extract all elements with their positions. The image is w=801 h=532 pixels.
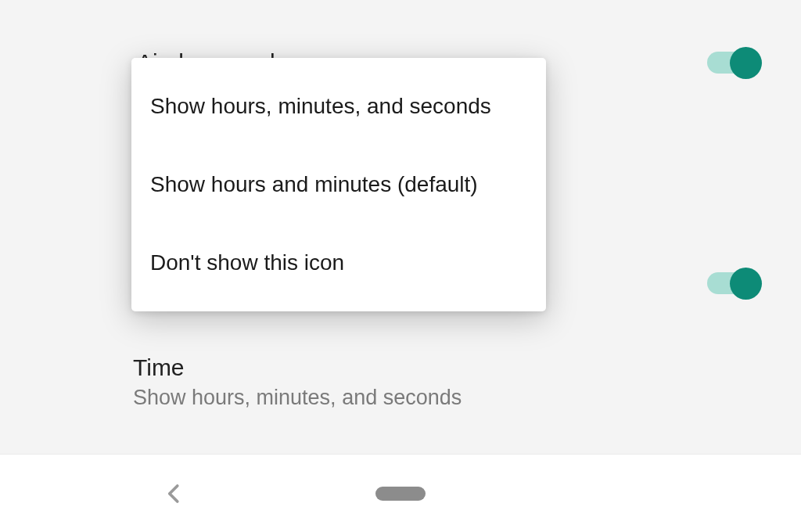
setting-title-time: Time	[133, 354, 462, 381]
setting-summary-time: Show hours, minutes, and seconds	[133, 386, 462, 410]
popup-option-hm-default[interactable]: Show hours and minutes (default)	[131, 146, 546, 224]
toggle-airplane-mode[interactable]	[707, 45, 762, 80]
popup-option-hms[interactable]: Show hours, minutes, and seconds	[131, 67, 546, 146]
back-icon[interactable]	[163, 482, 186, 505]
popup-option-dont-show[interactable]: Don't show this icon	[131, 224, 546, 302]
toggle-thumb	[730, 47, 762, 79]
settings-content: Airplane mode Time Show hours, minutes, …	[0, 0, 801, 454]
toggle-thumb	[730, 268, 762, 300]
time-options-popup: Show hours, minutes, and seconds Show ho…	[131, 58, 546, 311]
toggle-other[interactable]	[707, 266, 762, 300]
navigation-bar	[0, 454, 801, 532]
home-pill-icon[interactable]	[375, 487, 426, 501]
setting-row-time[interactable]: Time Show hours, minutes, and seconds	[133, 354, 462, 410]
